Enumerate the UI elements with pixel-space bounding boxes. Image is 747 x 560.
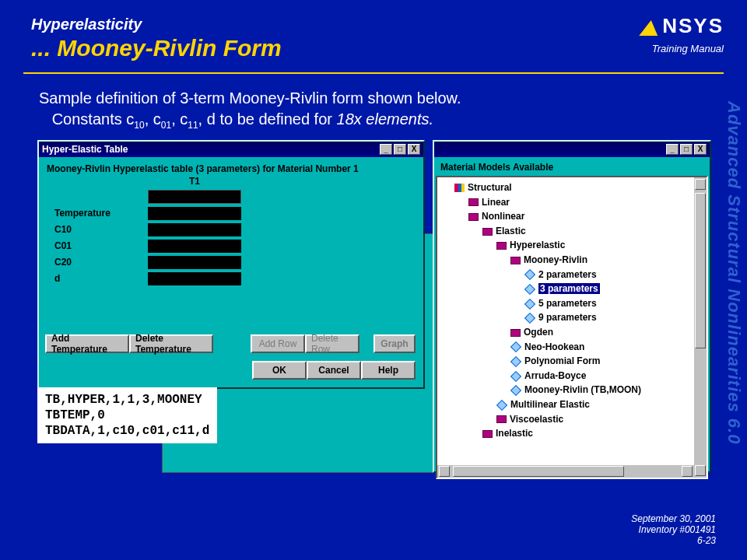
side-label: Advanced Structural Nonlinearities 6.0: [724, 101, 744, 444]
tree-nonlinear[interactable]: Nonlinear: [482, 211, 524, 222]
book-icon: [468, 213, 479, 221]
tree-elastic[interactable]: Elastic: [496, 226, 526, 236]
material-models-dialog: _ □ X Material Models Available Structur…: [433, 140, 711, 473]
leaf-icon: [510, 385, 521, 396]
tree-viscoelastic[interactable]: Viscoelastic: [510, 414, 563, 425]
minimize-icon[interactable]: _: [666, 144, 679, 155]
delete-row-button[interactable]: Delete Row: [305, 334, 359, 353]
scroll-up-icon[interactable]: [695, 179, 706, 190]
add-temperature-button[interactable]: Add Temperature: [45, 334, 129, 353]
row-c20: C20: [54, 256, 148, 269]
tree-ogden[interactable]: Ogden: [524, 327, 553, 338]
book-icon: [510, 329, 521, 337]
tree-arruda-boyce[interactable]: Arruda-Boyce: [524, 370, 586, 381]
close-icon[interactable]: X: [408, 144, 420, 155]
help-button[interactable]: Help: [361, 361, 416, 380]
tree-inelastic[interactable]: Inelastic: [496, 428, 533, 439]
close-icon[interactable]: X: [694, 144, 707, 155]
tree-mooney-rivlin[interactable]: Mooney-Rivlin: [524, 254, 587, 265]
tree-hyperelastic[interactable]: Hyperelastic: [510, 240, 565, 250]
book-icon: [468, 198, 479, 206]
leaf-icon: [524, 269, 535, 280]
training-manual-label: Training Manual: [640, 43, 724, 54]
input-c01[interactable]: [148, 240, 241, 253]
logo-text: NSYS: [662, 14, 724, 38]
input-temperature[interactable]: [148, 207, 241, 220]
book-icon: [482, 228, 493, 236]
tree-dialog-titlebar[interactable]: _ □ X: [434, 142, 710, 157]
book-icon: [482, 430, 493, 438]
minimize-icon[interactable]: _: [380, 144, 392, 155]
body-text: Sample definition of 3-term Mooney-Rivli…: [0, 74, 747, 131]
delete-temperature-button[interactable]: Delete Temperature: [129, 334, 213, 353]
dialog-subtitle: Mooney-Rivlin Hyperelastic table (3 para…: [47, 163, 416, 174]
pre-title: Hyperelasticity: [31, 16, 716, 33]
row-d: d: [54, 272, 148, 285]
dialog-title: Hyper-Elastic Table: [42, 144, 128, 155]
input-d[interactable]: [148, 272, 241, 285]
scroll-left-icon[interactable]: [439, 466, 450, 477]
leaf-icon: [510, 370, 521, 381]
leaf-icon: [524, 284, 535, 295]
row-temperature: Temperature: [54, 207, 148, 220]
t1-header-cell[interactable]: [148, 190, 241, 204]
leaf-icon: [524, 313, 535, 324]
tree-mooney-rivlin-tbmoon[interactable]: Mooney-Rivlin (TB,MOON): [524, 384, 641, 395]
leaf-icon: [496, 400, 507, 411]
column-header-t1: T1: [148, 176, 241, 187]
leaf-icon: [524, 299, 535, 310]
input-c20[interactable]: [148, 256, 241, 269]
tree-linear[interactable]: Linear: [482, 197, 510, 208]
graph-button[interactable]: Graph: [374, 334, 416, 353]
tree-neo-hookean[interactable]: Neo-Hookean: [524, 341, 584, 352]
dialog-titlebar[interactable]: Hyper-Elastic Table _ □ X: [39, 142, 423, 157]
ok-button[interactable]: OK: [252, 361, 307, 380]
code-sample: TB,HYPER,1,1,3,MOONEY TBTEMP,0 TBDATA,1,…: [37, 387, 217, 443]
tree-9-parameters[interactable]: 9 parameters: [538, 312, 597, 323]
scroll-hthumb[interactable]: [453, 466, 624, 477]
tree-2-parameters[interactable]: 2 parameters: [538, 269, 597, 280]
tree-3-parameters[interactable]: 3 parameters: [538, 283, 600, 294]
input-c10[interactable]: [148, 223, 241, 236]
row-c10: C10: [54, 223, 148, 236]
hyper-elastic-table-dialog: Hyper-Elastic Table _ □ X Mooney-Rivlin …: [37, 140, 425, 389]
tree-structural[interactable]: Structural: [468, 182, 512, 193]
add-row-button[interactable]: Add Row: [251, 334, 305, 353]
vertical-scrollbar[interactable]: [694, 177, 707, 478]
row-c01: C01: [54, 240, 148, 253]
ansys-logo: NSYS: [640, 14, 724, 38]
books-icon: [454, 184, 465, 192]
leaf-icon: [510, 356, 521, 367]
scroll-right-icon[interactable]: [682, 466, 693, 477]
page-title: ... Mooney-Rivlin Form: [31, 35, 716, 61]
book-icon: [496, 415, 507, 423]
tree-polynomial-form[interactable]: Polynomial Form: [524, 355, 600, 366]
tree-multilinear-elastic[interactable]: Multilinear Elastic: [510, 399, 590, 410]
leaf-icon: [510, 341, 521, 352]
book-icon: [496, 242, 507, 250]
tree-heading: Material Models Available: [434, 157, 710, 176]
logo-area: NSYS Training Manual: [640, 14, 724, 54]
cancel-button[interactable]: Cancel: [307, 361, 361, 380]
scroll-thumb[interactable]: [695, 193, 706, 348]
maximize-icon[interactable]: □: [680, 144, 693, 155]
horizontal-scrollbar[interactable]: [437, 465, 694, 478]
scroll-down-icon[interactable]: [695, 465, 706, 476]
footer: September 30, 2001 Inventory #001491 6-2…: [631, 513, 716, 546]
logo-wedge-icon: [639, 20, 661, 36]
tree-5-parameters[interactable]: 5 parameters: [538, 298, 597, 309]
book-icon: [510, 257, 521, 264]
material-tree[interactable]: Structural Linear Nonlinear Elastic Hype…: [437, 177, 707, 441]
maximize-icon[interactable]: □: [394, 144, 406, 155]
